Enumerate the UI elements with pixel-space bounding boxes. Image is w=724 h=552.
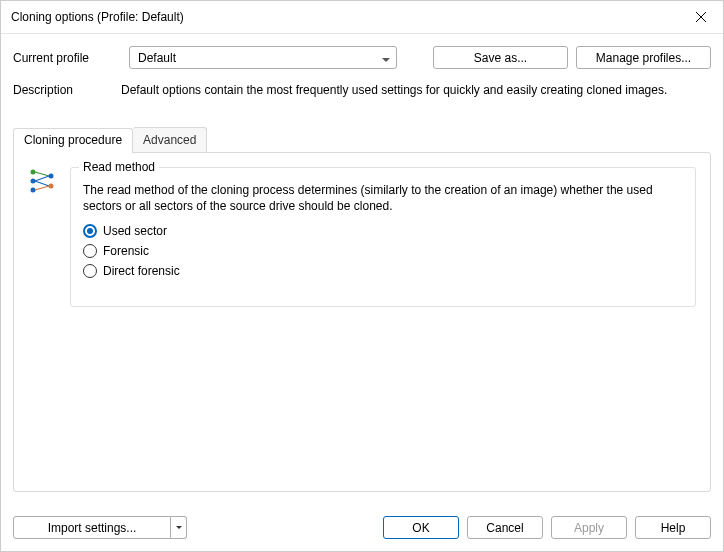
profile-select[interactable]: Default	[129, 46, 397, 69]
dialog-body: Current profile Default Save as... Manag…	[1, 34, 723, 504]
close-icon	[696, 12, 706, 22]
tab-strip: Cloning procedure Advanced	[13, 127, 711, 152]
tab-advanced-label: Advanced	[143, 133, 196, 147]
read-method-help: The read method of the cloning process d…	[83, 182, 683, 214]
svg-point-4	[31, 187, 36, 192]
profile-select-value: Default	[138, 51, 176, 65]
svg-line-10	[35, 186, 49, 190]
help-label: Help	[661, 521, 686, 535]
procedure-icon	[28, 167, 58, 477]
help-button[interactable]: Help	[635, 516, 711, 539]
import-settings-dropdown[interactable]	[171, 516, 187, 539]
radio-direct-forensic-label: Direct forensic	[103, 264, 180, 278]
read-method-fieldset: Read method The read method of the cloni…	[70, 167, 696, 307]
caret-down-icon	[176, 526, 182, 529]
radio-forensic-label: Forensic	[103, 244, 149, 258]
radio-used-sector[interactable]: Used sector	[83, 224, 683, 238]
tab-cloning-label: Cloning procedure	[24, 133, 122, 147]
close-button[interactable]	[679, 1, 723, 33]
radio-forensic[interactable]: Forensic	[83, 244, 683, 258]
svg-line-7	[35, 172, 49, 176]
save-as-button[interactable]: Save as...	[433, 46, 568, 69]
tab-pane: Read method The read method of the cloni…	[13, 152, 711, 492]
svg-line-9	[35, 181, 49, 186]
dialog-window: Cloning options (Profile: Default) Curre…	[0, 0, 724, 552]
read-method-radios: Used sector Forensic Direct forensic	[83, 224, 683, 278]
radio-used-sector-label: Used sector	[103, 224, 167, 238]
svg-point-6	[49, 183, 54, 188]
window-title: Cloning options (Profile: Default)	[11, 10, 679, 24]
radio-icon	[83, 224, 97, 238]
current-profile-label: Current profile	[13, 51, 121, 65]
description-row: Description Default options contain the …	[13, 83, 711, 99]
manage-profiles-button[interactable]: Manage profiles...	[576, 46, 711, 69]
radio-direct-forensic[interactable]: Direct forensic	[83, 264, 683, 278]
tab-cloning-procedure[interactable]: Cloning procedure	[13, 128, 133, 153]
radio-icon	[83, 264, 97, 278]
apply-label: Apply	[574, 521, 604, 535]
radio-icon	[83, 244, 97, 258]
read-method-legend: Read method	[79, 160, 159, 174]
ok-label: OK	[412, 521, 429, 535]
description-text: Default options contain the most frequen…	[121, 83, 667, 99]
cancel-button[interactable]: Cancel	[467, 516, 543, 539]
titlebar: Cloning options (Profile: Default)	[1, 1, 723, 34]
ok-button[interactable]: OK	[383, 516, 459, 539]
svg-point-5	[49, 173, 54, 178]
import-settings-label: Import settings...	[48, 521, 137, 535]
manage-profiles-label: Manage profiles...	[596, 51, 691, 65]
svg-line-8	[35, 176, 49, 181]
svg-point-3	[31, 178, 36, 183]
clone-icon	[28, 167, 56, 195]
import-settings-button[interactable]: Import settings...	[13, 516, 171, 539]
import-settings-group: Import settings...	[13, 516, 187, 539]
tab-advanced[interactable]: Advanced	[133, 127, 207, 152]
save-as-label: Save as...	[474, 51, 527, 65]
tabs-area: Cloning procedure Advanced	[13, 127, 711, 492]
footer: Import settings... OK Cancel Apply Help	[1, 504, 723, 551]
svg-point-2	[31, 169, 36, 174]
chevron-down-icon	[382, 51, 390, 65]
cancel-label: Cancel	[486, 521, 523, 535]
description-label: Description	[13, 83, 121, 99]
profile-row: Current profile Default Save as... Manag…	[13, 46, 711, 69]
apply-button: Apply	[551, 516, 627, 539]
